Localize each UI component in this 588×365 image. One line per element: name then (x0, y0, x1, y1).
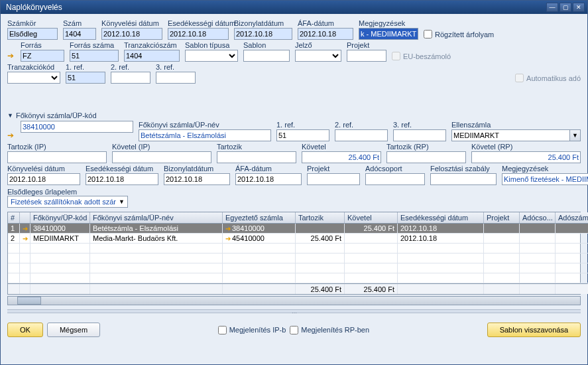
th-adsz[interactable]: Adószám (556, 212, 588, 223)
th-tart[interactable]: Tartozik (296, 212, 345, 223)
cancel-button[interactable]: Mégsem (47, 323, 100, 337)
table-cell (345, 244, 398, 253)
input-adocs[interactable] (365, 173, 425, 185)
select-jelzo[interactable] (295, 50, 341, 62)
arrow-icon: ➔ (7, 131, 14, 141)
input-fk-kod[interactable] (21, 121, 133, 133)
input-szam[interactable] (63, 28, 96, 40)
footer-kov: 25.400 Ft (345, 284, 398, 294)
table-cell (556, 263, 588, 273)
table-row[interactable]: 2➔MEDIIMARKTMedia-Markt- Budaörs Kft.➔45… (8, 234, 588, 244)
input-forras[interactable] (21, 50, 64, 62)
label-m-konyv: Könyvelési dátum (7, 165, 80, 173)
table-cell (484, 273, 520, 283)
table-cell (398, 244, 484, 253)
hscrollbar[interactable] (7, 296, 581, 305)
input-m-megj[interactable] (502, 173, 588, 185)
input-kov[interactable] (302, 151, 381, 163)
label-sablon-tipus: Sablon típusa (185, 41, 238, 49)
dropdown-button[interactable]: ▼ (570, 129, 581, 141)
th-ado[interactable]: Adócso... (520, 212, 556, 223)
th-esed[interactable]: Esedékességi dátum (398, 212, 484, 223)
th-prj[interactable]: Projekt (484, 212, 520, 223)
input-megj[interactable] (359, 28, 418, 40)
input-m-prj[interactable] (307, 173, 360, 185)
table-cell (223, 273, 296, 283)
input-afa[interactable] (298, 28, 353, 40)
label-auto-ado: Automatikus adó (526, 74, 581, 82)
minimize-button[interactable]: — (546, 3, 558, 12)
select-sablon-tipus[interactable] (185, 50, 238, 62)
table-cell (30, 244, 90, 253)
input-fk-nev[interactable] (139, 129, 271, 141)
input-tart-ip[interactable] (7, 151, 107, 163)
th-kov[interactable]: Követel (345, 212, 398, 223)
link-elsod[interactable]: Fizetések szállítóknak adott szár ▼ (7, 196, 128, 208)
chk-rogzitett[interactable] (424, 30, 432, 38)
input-kov-ip[interactable] (112, 151, 211, 163)
input-tart[interactable] (217, 151, 296, 163)
input-m-konyv[interactable] (7, 173, 80, 185)
input-m-biz[interactable] (164, 173, 230, 185)
input-forras-szam[interactable] (70, 50, 119, 62)
input-ref1[interactable] (66, 72, 105, 84)
label-rogzitett: Rögzített árfolyam (435, 31, 494, 38)
table-cell (8, 273, 20, 283)
input-m-ref2[interactable] (335, 129, 388, 141)
label-tranz-szam: Tranzakciószám (124, 41, 180, 49)
input-m-ref1[interactable] (276, 129, 329, 141)
table-cell (345, 273, 398, 283)
scroll-thumb[interactable] (17, 297, 41, 305)
input-m-esed[interactable] (86, 173, 158, 185)
table-cell (520, 224, 556, 233)
label-szam: Szám (63, 19, 96, 27)
input-ref3[interactable] (156, 72, 196, 84)
label-ellen: Ellenszámla (451, 121, 581, 129)
table-cell: 2 (8, 234, 20, 243)
table-cell (556, 273, 588, 283)
grid: # Főkönyv/ÜP-kód Főkönyvi számla/ÜP-név … (7, 212, 581, 295)
input-sablon[interactable] (243, 50, 290, 62)
input-tart-rp[interactable] (386, 151, 466, 163)
maximize-button[interactable]: ▢ (559, 3, 571, 12)
input-tranz-szam[interactable] (124, 50, 180, 62)
input-ellen[interactable] (451, 129, 570, 141)
input-bizonylat[interactable] (234, 28, 292, 40)
chk-megj-ip[interactable] (218, 326, 227, 334)
table-cell (223, 244, 296, 253)
table-row[interactable] (8, 254, 588, 263)
label-feloszt: Felosztási szabály (430, 165, 497, 173)
select-tranz-kod[interactable] (7, 72, 60, 84)
grid-footer: 25.400 Ft 25.400 Ft (8, 283, 588, 294)
section-fk[interactable]: ▼ Főkönyvi számla/ÜP-kód (7, 111, 581, 119)
input-szamkor[interactable] (7, 28, 58, 40)
table-row[interactable] (8, 244, 588, 254)
input-m-ref3[interactable] (393, 129, 446, 141)
input-feloszt[interactable] (430, 173, 497, 185)
th-idx[interactable]: # (8, 212, 20, 223)
table-row[interactable] (8, 263, 588, 273)
table-cell: 1 (8, 224, 20, 233)
input-ref2[interactable] (111, 72, 150, 84)
table-row[interactable] (8, 273, 588, 283)
table-cell (484, 244, 520, 253)
chk-megj-rp[interactable] (290, 326, 298, 334)
input-projekt[interactable] (347, 50, 386, 62)
close-button[interactable]: ✕ (573, 3, 585, 12)
sablon-button[interactable]: Sablon visszavonása (487, 323, 581, 337)
label-szamkor: Számkör (7, 19, 58, 27)
table-row[interactable]: 1➔38410000Betétszámla - Elszámolási➔3841… (8, 224, 588, 234)
label-konyv-datum: Könyvelési dátum (101, 19, 162, 27)
input-kov-rp[interactable] (471, 151, 581, 163)
label-tart-ip: Tartozik (IP) (7, 143, 107, 151)
splitter[interactable]: ⋯ (7, 309, 581, 313)
ok-button[interactable]: OK (7, 323, 43, 337)
input-m-afa[interactable] (235, 173, 302, 185)
form-content: Számkör Szám Könyvelési dátum Esedékessé… (1, 14, 587, 319)
input-konyv-datum[interactable] (101, 28, 162, 40)
table-cell: 38410000 (30, 224, 90, 233)
th-fk-kod[interactable]: Főkönyv/ÜP-kód (30, 212, 90, 223)
th-fk-nev[interactable]: Főkönyvi számla/ÜP-név (90, 212, 223, 223)
th-egy[interactable]: Egyeztető számla (223, 212, 296, 223)
input-esed-datum[interactable] (168, 28, 229, 40)
